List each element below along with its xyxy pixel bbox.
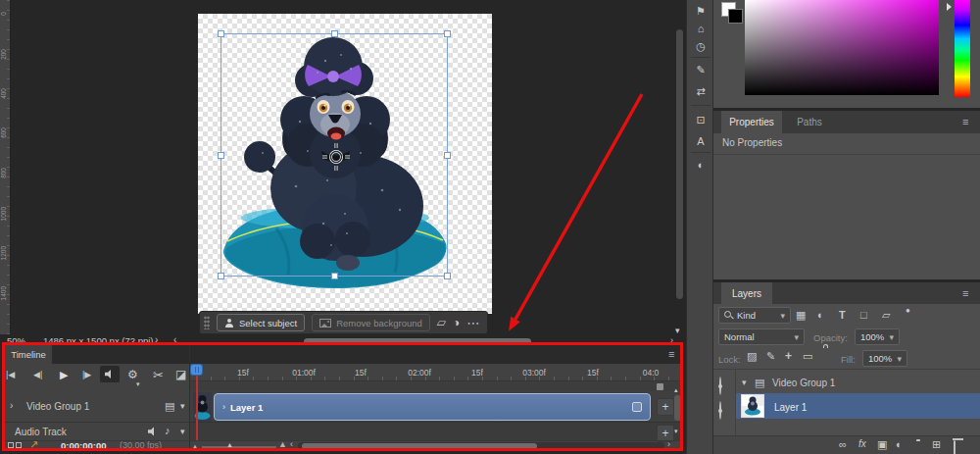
hue-slider-marker[interactable] xyxy=(947,3,952,11)
filter-toggle-icon[interactable]: ● xyxy=(906,307,910,315)
work-area-end-marker[interactable] xyxy=(657,383,663,390)
timeline-clip-layer-1[interactable]: › Layer 1 xyxy=(214,393,651,421)
remove-background-button[interactable]: Remove background xyxy=(312,314,430,331)
lock-position-icon[interactable]: + xyxy=(785,350,792,362)
transform-handle[interactable] xyxy=(218,30,224,37)
music-note-icon[interactable]: ♪ xyxy=(165,426,171,436)
tab-properties[interactable]: Properties xyxy=(721,111,782,133)
playhead[interactable] xyxy=(190,364,203,376)
video-group-header[interactable]: › Video Group 1 ▤ ▾ xyxy=(5,391,189,423)
transform-handle[interactable] xyxy=(444,30,451,37)
character-icon[interactable]: A xyxy=(691,133,710,149)
group-collapse-caret-icon[interactable]: ▾ xyxy=(742,378,747,387)
libraries-icon[interactable]: ⌂ xyxy=(691,21,710,36)
more-options-icon[interactable]: ⋯ xyxy=(466,317,479,329)
scroll-left-icon[interactable]: ‹ xyxy=(173,335,176,345)
video-filmstrip-icon[interactable]: ▤ xyxy=(165,401,174,412)
filter-pixel-layers-icon[interactable]: ▦ xyxy=(796,310,806,321)
transition-icon[interactable]: ◪ xyxy=(175,369,186,380)
link-layers-icon[interactable]: ∞ xyxy=(839,439,847,450)
actions-icon[interactable]: ⚑ xyxy=(691,3,710,19)
transform-handle[interactable] xyxy=(218,273,224,279)
previous-frame-icon[interactable]: ◀| xyxy=(33,371,42,379)
lock-artboard-icon[interactable]: ▭ xyxy=(803,351,812,362)
timeline-ruler[interactable]: 15f 01:00f 15f 02:00f 15f 03:00f 15f 04:… xyxy=(190,364,680,381)
timeline-zoom-slider[interactable] xyxy=(202,446,276,448)
next-frame-icon[interactable]: |▶ xyxy=(82,371,91,379)
blend-mode-dropdown[interactable]: Normal ▾ xyxy=(718,328,805,345)
status-chevron-icon[interactable]: › xyxy=(155,335,158,345)
transform-tool-icon[interactable]: ▱ xyxy=(437,317,446,328)
selection-bounding-box[interactable] xyxy=(220,33,448,277)
filter-type-layers-icon[interactable]: T xyxy=(839,310,846,321)
transform-handle[interactable] xyxy=(218,152,224,159)
opacity-dropdown[interactable]: 100% ▾ xyxy=(855,328,900,345)
filter-smart-objects-icon[interactable]: ▱ xyxy=(882,310,890,321)
new-layer-icon[interactable]: ⊞ xyxy=(932,439,941,450)
zoom-out-mountain-icon[interactable]: ▲ xyxy=(192,443,198,449)
render-video-icon[interactable]: ↗ xyxy=(29,439,38,450)
transform-handle[interactable] xyxy=(331,30,338,37)
brush-settings-icon[interactable]: ✎ xyxy=(691,62,710,77)
audio-options-caret-icon[interactable]: ▾ xyxy=(180,428,185,436)
adjustments-icon[interactable]: ◐ xyxy=(691,157,710,173)
track-scroll-down-icon[interactable]: ▾ xyxy=(674,428,678,434)
layer-row-layer-1-selected[interactable]: Layer 1 xyxy=(735,393,980,419)
visibility-eye-icon[interactable] xyxy=(719,401,721,420)
group-expand-icon[interactable]: › xyxy=(10,401,13,411)
transform-handle[interactable] xyxy=(444,273,451,279)
adjustment-tool-icon[interactable]: ◑ xyxy=(453,317,460,328)
clone-source-icon[interactable]: ⊡ xyxy=(691,112,710,127)
fill-dropdown[interactable]: 100% ▾ xyxy=(862,350,907,367)
layer-thumbnail[interactable] xyxy=(741,394,764,418)
transform-handle[interactable] xyxy=(331,273,338,279)
layer-filter-kind-dropdown[interactable]: Kind ▾ xyxy=(718,307,791,324)
lock-transparency-icon[interactable]: ▨ xyxy=(747,351,757,362)
canvas-horizontal-scrollbar[interactable] xyxy=(304,338,531,345)
scroll-right-icon[interactable]: › xyxy=(670,336,673,345)
add-layer-mask-icon[interactable]: ▣ xyxy=(877,439,887,450)
clip-chevron-icon[interactable]: › xyxy=(222,403,225,412)
zoom-slider-thumb-icon[interactable]: ▲ xyxy=(226,441,233,448)
canvas-vertical-scrollbar[interactable] xyxy=(676,29,683,299)
tab-timeline[interactable]: Timeline xyxy=(5,345,52,364)
color-field[interactable] xyxy=(745,0,939,95)
visibility-eye-icon[interactable] xyxy=(719,377,721,395)
timeline-scrollbar-thumb[interactable] xyxy=(302,443,537,449)
layers-menu-icon[interactable]: ≡ xyxy=(962,288,968,299)
play-icon[interactable]: ▶ xyxy=(60,370,68,380)
ruler-label: 1400 xyxy=(0,286,7,300)
zoom-in-mountain-icon[interactable]: ▲ xyxy=(278,440,287,449)
split-at-playhead-icon[interactable]: ✂ xyxy=(153,369,164,381)
new-adjustment-layer-icon[interactable]: ◐ xyxy=(896,439,903,450)
filter-shape-layers-icon[interactable]: □ xyxy=(860,310,867,321)
timeline-menu-icon[interactable]: ≡ xyxy=(668,349,674,360)
layer-style-fx-icon[interactable]: fx xyxy=(858,439,866,449)
lock-pixels-icon[interactable]: ✎ xyxy=(766,351,775,362)
select-subject-button[interactable]: Select subject xyxy=(217,314,305,331)
audio-speaker-icon[interactable] xyxy=(148,427,158,436)
mute-audio-button[interactable] xyxy=(100,366,120,382)
timeline-scroll-right-icon[interactable]: › xyxy=(667,440,670,449)
history-icon[interactable]: ◷ xyxy=(691,38,710,54)
drag-handle-icon[interactable] xyxy=(204,316,210,329)
scroll-down-icon[interactable]: ▾ xyxy=(675,327,680,335)
background-color-swatch[interactable] xyxy=(728,9,743,24)
add-video-clip-button[interactable]: + xyxy=(657,398,674,416)
video-options-caret-icon[interactable]: ▾ xyxy=(180,402,185,411)
filter-adjustment-layers-icon[interactable]: ◐ xyxy=(817,310,824,321)
track-scrollbar[interactable] xyxy=(674,395,681,421)
tab-paths[interactable]: Paths xyxy=(790,111,829,133)
go-to-first-frame-icon[interactable]: |◀ xyxy=(6,371,15,379)
transform-handle[interactable] xyxy=(444,152,451,159)
timeline-scroll-left-icon[interactable]: ‹ xyxy=(290,440,293,449)
tab-layers[interactable]: Layers xyxy=(721,282,772,304)
properties-menu-icon[interactable]: ≡ xyxy=(962,117,968,127)
layer-row-video-group[interactable]: ▾ ▤ Video Group 1 xyxy=(713,370,980,393)
timeline-settings-gear-icon[interactable]: ⚙ xyxy=(127,369,138,380)
convert-to-frames-icon[interactable] xyxy=(8,442,22,448)
hue-bar[interactable] xyxy=(955,0,970,97)
tool-presets-icon[interactable]: ⇄ xyxy=(691,83,710,99)
track-scroll-up-icon[interactable]: ▴ xyxy=(674,386,678,393)
delete-layer-icon[interactable] xyxy=(954,440,956,454)
